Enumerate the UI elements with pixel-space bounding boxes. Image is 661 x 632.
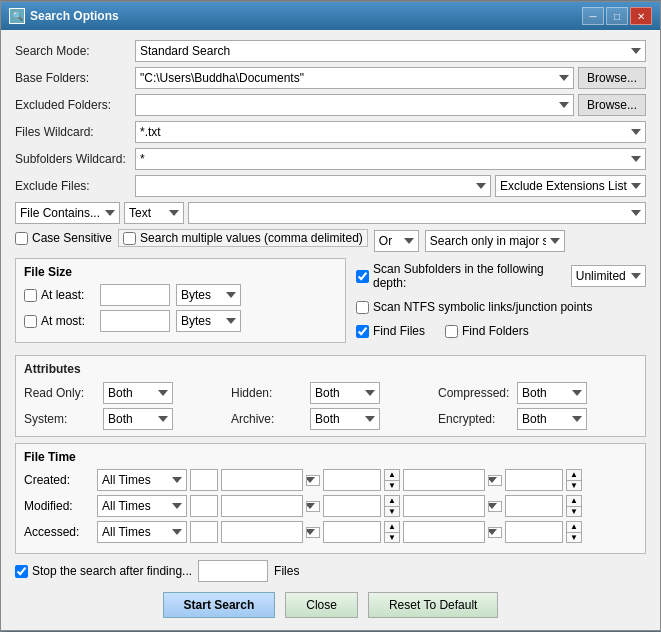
created-num-input[interactable]: 1: [190, 469, 218, 491]
find-folders-label[interactable]: Find Folders: [445, 324, 529, 338]
scan-depth-select[interactable]: Unlimited: [571, 265, 646, 287]
start-search-button[interactable]: Start Search: [163, 592, 276, 618]
accessed-date2-select[interactable]: [488, 527, 502, 538]
created-date2-select[interactable]: [488, 475, 502, 486]
search-mode-row: Search Mode: Standard Search Regex Searc…: [15, 40, 646, 62]
created-date2-input[interactable]: 30.09.2017: [403, 469, 485, 491]
close-button[interactable]: Close: [285, 592, 358, 618]
read-only-select[interactable]: BothYesNo: [103, 382, 173, 404]
titlebar: 🔍 Search Options ─ □ ✕: [1, 2, 660, 30]
exclude-files-select[interactable]: [135, 175, 491, 197]
scan-ntfs-checkbox[interactable]: [356, 301, 369, 314]
modified-time2-input[interactable]: 6:11:10: [505, 495, 563, 517]
modified-num-input[interactable]: 1: [190, 495, 218, 517]
created-time1-spin[interactable]: ▲ ▼: [384, 469, 400, 491]
stop-search-unit: Files: [274, 564, 299, 578]
files-wildcard-label: Files Wildcard:: [15, 125, 135, 139]
exclude-extensions-select[interactable]: Exclude Extensions List: [495, 175, 646, 197]
modified-time1-input[interactable]: 6:11:10: [323, 495, 381, 517]
system-select[interactable]: BothYesNo: [103, 408, 173, 430]
created-times-select[interactable]: All TimesLastBeforeAfterBetween: [97, 469, 187, 491]
at-most-unit-select[interactable]: Bytes: [176, 310, 241, 332]
created-time2-spin[interactable]: ▲ ▼: [566, 469, 582, 491]
subfolders-wildcard-select[interactable]: *: [135, 148, 646, 170]
search-multiple-label[interactable]: Search multiple values (comma delimited): [118, 229, 368, 247]
modified-date2-input[interactable]: 30.09.2017: [403, 495, 485, 517]
at-least-unit-select[interactable]: Bytes: [176, 284, 241, 306]
base-folders-controls: "C:\Users\Buddha\Documents" Browse...: [135, 67, 646, 89]
excluded-folders-browse-button[interactable]: Browse...: [578, 94, 646, 116]
exclude-files-controls: Exclude Extensions List: [135, 175, 646, 197]
find-folders-checkbox[interactable]: [445, 325, 458, 338]
search-only-select[interactable]: Search only in major stre...: [425, 230, 565, 252]
scan-subfolders-checkbox[interactable]: [356, 270, 369, 283]
scan-subfolders-label[interactable]: Scan Subfolders in the following depth: …: [356, 262, 646, 290]
at-least-label[interactable]: At least:: [24, 288, 94, 302]
maximize-button[interactable]: □: [606, 7, 628, 25]
find-files-label[interactable]: Find Files: [356, 324, 425, 338]
files-wildcard-select[interactable]: *.txt: [135, 121, 646, 143]
at-most-checkbox[interactable]: [24, 315, 37, 328]
accessed-time1-input[interactable]: 6:11:10: [323, 521, 381, 543]
base-folders-browse-button[interactable]: Browse...: [578, 67, 646, 89]
modified-date1-select[interactable]: [306, 501, 320, 512]
base-folders-select[interactable]: "C:\Users\Buddha\Documents": [135, 67, 574, 89]
scan-ntfs-label[interactable]: Scan NTFS symbolic links/junction points: [356, 300, 646, 314]
stop-search-checkbox[interactable]: [15, 565, 28, 578]
excluded-folders-select[interactable]: [135, 94, 574, 116]
file-contains-subtype-select[interactable]: Text: [124, 202, 184, 224]
modified-time1-spin[interactable]: ▲ ▼: [384, 495, 400, 517]
search-mode-select[interactable]: Standard Search Regex Search Fuzzy Searc…: [135, 40, 646, 62]
at-least-input[interactable]: 0: [100, 284, 170, 306]
accessed-times-select[interactable]: All TimesLastBeforeAfterBetween: [97, 521, 187, 543]
modified-times-select[interactable]: All TimesLastBeforeAfterBetween: [97, 495, 187, 517]
accessed-num-input[interactable]: 1: [190, 521, 218, 543]
accessed-time1-spin[interactable]: ▲ ▼: [384, 521, 400, 543]
file-contains-type-select[interactable]: File Contains...: [15, 202, 120, 224]
file-size-title: File Size: [24, 265, 337, 279]
find-files-checkbox[interactable]: [356, 325, 369, 338]
exclude-files-row: Exclude Files: Exclude Extensions List: [15, 175, 646, 197]
accessed-time2-input[interactable]: 6:11:10: [505, 521, 563, 543]
scan-options-section: Scan Subfolders in the following depth: …: [356, 258, 646, 349]
reset-to-default-button[interactable]: Reset To Default: [368, 592, 499, 618]
file-contains-row: File Contains... Text: [15, 202, 646, 224]
encrypted-select[interactable]: BothYesNo: [517, 408, 587, 430]
content-area: Search Mode: Standard Search Regex Searc…: [1, 30, 660, 630]
archive-select[interactable]: BothYesNo: [310, 408, 380, 430]
accessed-time2-spin[interactable]: ▲ ▼: [566, 521, 582, 543]
at-least-row: At least: 0 Bytes: [24, 284, 337, 306]
case-sensitive-label[interactable]: Case Sensitive: [15, 231, 112, 245]
search-multiple-checkbox[interactable]: [123, 232, 136, 245]
modified-date1-input[interactable]: 30.09.2017: [221, 495, 303, 517]
base-folders-label: Base Folders:: [15, 71, 135, 85]
exclude-files-label: Exclude Files:: [15, 179, 135, 193]
at-least-checkbox[interactable]: [24, 289, 37, 302]
accessed-date2-input[interactable]: 30.09.2017: [403, 521, 485, 543]
created-row: Created: All TimesLastBeforeAfterBetween…: [24, 469, 637, 491]
minimize-button[interactable]: ─: [582, 7, 604, 25]
created-date1-select[interactable]: [306, 475, 320, 486]
stop-search-label[interactable]: Stop the search after finding...: [15, 564, 192, 578]
created-date1-input[interactable]: 30.09.2017: [221, 469, 303, 491]
read-only-row: Read Only: BothYesNo: [24, 382, 223, 404]
stop-search-input[interactable]: 10000: [198, 560, 268, 582]
close-window-button[interactable]: ✕: [630, 7, 652, 25]
modified-row: Modified: All TimesLastBeforeAfterBetwee…: [24, 495, 637, 517]
at-most-input[interactable]: 1000: [100, 310, 170, 332]
accessed-date1-select[interactable]: [306, 527, 320, 538]
compressed-select[interactable]: BothYesNo: [517, 382, 587, 404]
search-mode-label: Search Mode:: [15, 44, 135, 58]
created-time1-input[interactable]: 6:11:10: [323, 469, 381, 491]
modified-date2-select[interactable]: [488, 501, 502, 512]
encrypted-row: Encrypted: BothYesNo: [438, 408, 637, 430]
hidden-row: Hidden: BothYesNo: [231, 382, 430, 404]
hidden-select[interactable]: BothYesNo: [310, 382, 380, 404]
accessed-date1-input[interactable]: 30.09.2017: [221, 521, 303, 543]
modified-time2-spin[interactable]: ▲ ▼: [566, 495, 582, 517]
file-contains-value-select[interactable]: [188, 202, 646, 224]
case-sensitive-checkbox[interactable]: [15, 232, 28, 245]
created-time2-input[interactable]: 6:11:10: [505, 469, 563, 491]
at-most-label[interactable]: At most:: [24, 314, 94, 328]
or-select[interactable]: Or: [374, 230, 419, 252]
